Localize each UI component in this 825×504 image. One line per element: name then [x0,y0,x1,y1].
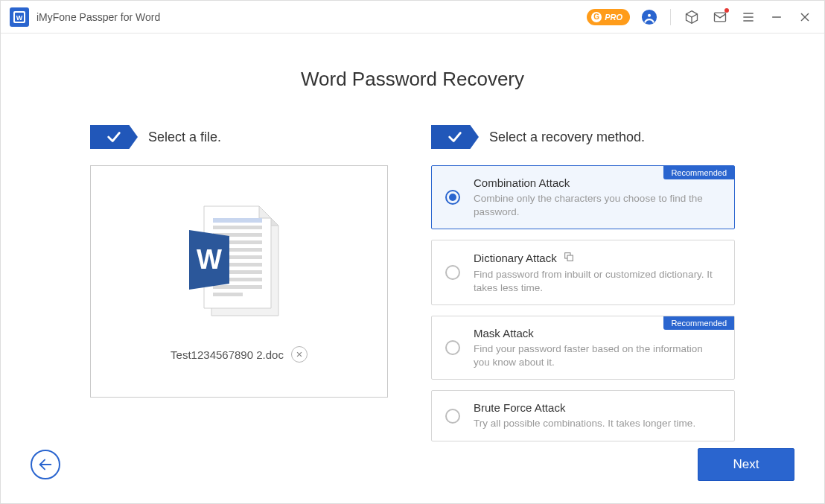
close-button[interactable] [796,8,814,26]
pro-badge[interactable]: G PRO [587,9,630,25]
svg-rect-17 [213,218,262,223]
next-button[interactable]: Next [698,448,794,481]
method-desc: Try all possible combinations. It takes … [474,417,721,430]
minimize-button[interactable] [768,8,786,26]
file-name: Test1234567890 2.doc [171,348,284,361]
step-label-file: Select a file. [148,130,221,145]
step-header-method: Select a recovery method. [431,125,735,149]
coin-icon: G [591,12,602,22]
select-file-column: Select a file. [90,125,388,448]
svg-text:W: W [197,244,222,275]
mail-icon[interactable] [711,8,729,26]
recommended-badge: Recommended [663,316,734,330]
methods-list: Recommended Combination Attack Combine o… [431,165,735,441]
pro-label: PRO [605,13,622,22]
radio-icon [445,265,460,280]
svg-rect-6 [715,13,726,22]
next-button-label: Next [733,457,759,472]
svg-text:W: W [16,14,23,22]
cube-icon[interactable] [683,8,701,26]
step-check-icon [431,125,479,149]
method-title: Combination Attack [474,176,570,189]
main-content: Select a file. [1,125,824,448]
mail-notification-dot [724,8,729,13]
step-label-method: Select a recovery method. [489,130,645,145]
file-panel[interactable]: W Test1234567890 2.doc [90,165,388,398]
method-desc: Combine only the characters you choose t… [474,192,721,218]
recommended-badge: Recommended [663,166,734,179]
footer: Next [1,448,824,503]
radio-icon [445,409,460,424]
titlebar-divider [670,9,671,25]
method-title: Dictionary Attack [474,252,557,264]
method-dictionary[interactable]: Dictionary Attack Find password from inb… [431,240,735,305]
svg-rect-18 [213,226,262,229]
file-row: Test1234567890 2.doc [171,346,308,363]
method-desc: Find password from inbuilt or customized… [474,268,721,294]
menu-icon[interactable] [739,8,757,26]
method-mask[interactable]: Recommended Mask Attack Find your passwo… [431,316,735,380]
page-title: Word Password Recovery [1,68,824,91]
method-brute[interactable]: Brute Force Attack Try all possible comb… [431,390,735,441]
svg-marker-16 [259,206,271,218]
file-remove-button[interactable] [291,346,308,363]
account-icon[interactable] [640,8,658,26]
app-title: iMyFone Passper for Word [36,11,160,23]
method-combination[interactable]: Recommended Combination Attack Combine o… [431,165,735,229]
titlebar: W iMyFone Passper for Word G PRO [1,1,824,34]
dictionary-settings-icon[interactable] [563,251,575,265]
titlebar-right: G PRO [587,8,814,26]
svg-rect-26 [213,285,262,289]
radio-icon [445,190,460,205]
select-method-column: Select a recovery method. Recommended Co… [431,125,735,448]
method-title: Brute Force Attack [474,401,565,414]
app-logo-icon: W [10,7,29,27]
svg-rect-27 [213,293,243,296]
radio-icon [445,340,460,355]
method-desc: Find your password faster based on the i… [474,342,721,369]
step-check-icon [90,125,138,149]
svg-point-5 [647,13,652,17]
step-header-file: Select a file. [90,125,388,149]
method-title: Mask Attack [474,327,534,339]
word-document-icon: W [183,200,295,330]
svg-rect-33 [567,255,573,261]
back-button[interactable] [31,450,60,479]
titlebar-left: W iMyFone Passper for Word [10,7,160,27]
